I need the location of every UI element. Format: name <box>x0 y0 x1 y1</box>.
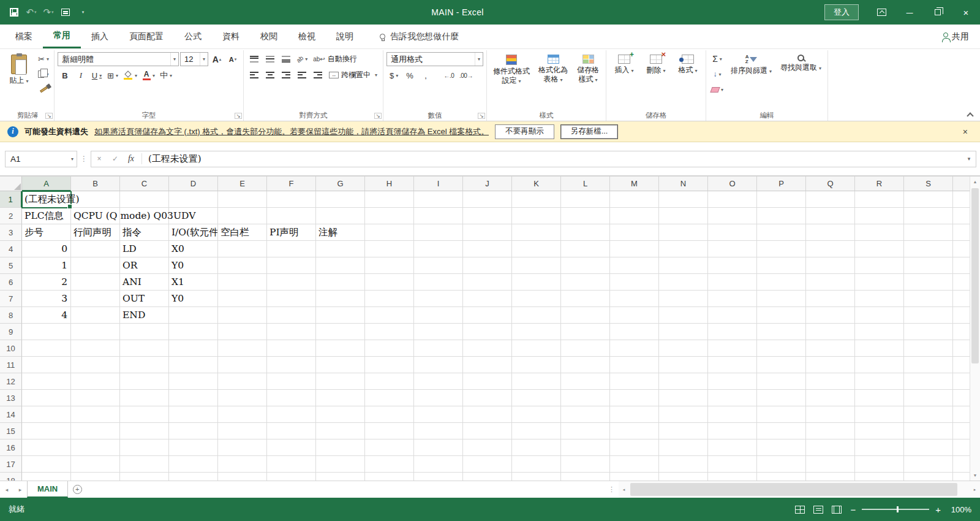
percent-style-button[interactable]: % <box>402 69 417 82</box>
cell-A1[interactable]: (工程未设置) <box>22 191 71 208</box>
cell-E7[interactable] <box>218 291 267 307</box>
cell-S14[interactable] <box>904 406 953 423</box>
cell-L7[interactable] <box>561 291 610 307</box>
horizontal-scroll-track[interactable] <box>629 481 970 498</box>
cell-F17[interactable] <box>267 456 316 473</box>
cell-styles-button[interactable]: 儲存格樣式 <box>573 52 603 86</box>
column-header-I[interactable]: I <box>414 177 463 191</box>
cell-P11[interactable] <box>757 357 806 373</box>
scroll-left-button[interactable]: ◂ <box>619 481 629 498</box>
cell-Q7[interactable] <box>806 291 855 307</box>
cell-A12[interactable] <box>22 373 71 390</box>
cell-L4[interactable] <box>561 241 610 257</box>
cell-G2[interactable] <box>316 208 365 224</box>
cell-P14[interactable] <box>757 406 806 423</box>
find-select-button[interactable]: 尋找與選取 <box>777 52 824 74</box>
cell-H7[interactable] <box>365 291 414 307</box>
column-header-C[interactable]: C <box>120 177 169 191</box>
decrease-indent-button[interactable] <box>295 68 309 82</box>
cell-P2[interactable] <box>757 208 806 224</box>
cell-L3[interactable] <box>561 224 610 241</box>
cell-O2[interactable] <box>708 208 757 224</box>
cell-B9[interactable] <box>71 324 120 340</box>
align-right-button[interactable] <box>279 68 293 82</box>
cell-A10[interactable] <box>22 340 71 357</box>
cell-M14[interactable] <box>610 406 659 423</box>
cell-N17[interactable] <box>659 456 708 473</box>
cell-K4[interactable] <box>512 241 561 257</box>
collapse-ribbon-button[interactable] <box>967 112 973 117</box>
number-dialog-launcher[interactable]: ↘ <box>478 113 485 119</box>
restore-button[interactable] <box>924 0 952 25</box>
scroll-down-button[interactable]: ▼ <box>970 470 980 481</box>
cell-A6[interactable]: 2 <box>22 274 71 291</box>
cell-S8[interactable] <box>904 307 953 324</box>
cell-L5[interactable] <box>561 257 610 274</box>
cell-I11[interactable] <box>414 357 463 373</box>
cell-P5[interactable] <box>757 257 806 274</box>
font-size-select[interactable]: 12 <box>180 52 208 66</box>
enter-entry-button[interactable]: ✓ <box>107 151 123 167</box>
cell-B18[interactable] <box>71 473 120 481</box>
cell-O9[interactable] <box>708 324 757 340</box>
orientation-button[interactable]: ab <box>295 52 309 66</box>
column-header-R[interactable]: R <box>855 177 904 191</box>
cell-E16[interactable] <box>218 439 267 456</box>
row-header-6[interactable]: 6 <box>0 274 22 291</box>
scroll-right-button[interactable]: ▸ <box>970 481 980 498</box>
formula-bar-splitter[interactable]: ⋮ <box>77 154 91 163</box>
cell-J3[interactable] <box>463 224 512 241</box>
cell-Q15[interactable] <box>806 423 855 439</box>
cell-D4[interactable]: X0 <box>169 241 218 257</box>
cell-P17[interactable] <box>757 456 806 473</box>
cell-G1[interactable] <box>316 191 365 208</box>
cell-G4[interactable] <box>316 241 365 257</box>
cell-L17[interactable] <box>561 456 610 473</box>
cell-A5[interactable]: 1 <box>22 257 71 274</box>
delete-cells-button[interactable]: 刪除 <box>641 52 671 77</box>
cell-G7[interactable] <box>316 291 365 307</box>
cell-J16[interactable] <box>463 439 512 456</box>
cell-K6[interactable] <box>512 274 561 291</box>
accounting-format-button[interactable]: $ <box>386 69 401 82</box>
cell-D7[interactable]: Y0 <box>169 291 218 307</box>
cell-B16[interactable] <box>71 439 120 456</box>
cell-O17[interactable] <box>708 456 757 473</box>
column-header-N[interactable]: N <box>659 177 708 191</box>
cell-I12[interactable] <box>414 373 463 390</box>
cell-S11[interactable] <box>904 357 953 373</box>
cell-K13[interactable] <box>512 390 561 406</box>
cell-C8[interactable]: END <box>120 307 169 324</box>
cell-J18[interactable] <box>463 473 512 481</box>
cell-P18[interactable] <box>757 473 806 481</box>
cell-L15[interactable] <box>561 423 610 439</box>
cell-I1[interactable] <box>414 191 463 208</box>
cell-S9[interactable] <box>904 324 953 340</box>
cell-J10[interactable] <box>463 340 512 357</box>
borders-button[interactable]: ⊞ <box>105 69 120 82</box>
cell-R16[interactable] <box>855 439 904 456</box>
row-header-3[interactable]: 3 <box>0 224 22 241</box>
cell-I13[interactable] <box>414 390 463 406</box>
horizontal-scroll-splitter[interactable]: ⋮ <box>605 481 619 498</box>
cell-K14[interactable] <box>512 406 561 423</box>
cell-N14[interactable] <box>659 406 708 423</box>
cell-F4[interactable] <box>267 241 316 257</box>
conditional-formatting-button[interactable]: 條件式格式設定 <box>490 52 533 87</box>
cell-D5[interactable]: Y0 <box>169 257 218 274</box>
cell-J4[interactable] <box>463 241 512 257</box>
paste-button[interactable]: 貼上 <box>4 52 34 87</box>
cell-C12[interactable] <box>120 373 169 390</box>
message-bar-link[interactable]: 如果將活頁簿儲存為文字 (.txt) 格式，會遺失部分功能。若要保留這些功能，請… <box>94 126 489 137</box>
font-name-select[interactable]: 新細明體 <box>58 52 179 66</box>
cell-N1[interactable] <box>659 191 708 208</box>
cell-M4[interactable] <box>610 241 659 257</box>
underline-button[interactable]: U <box>89 69 104 82</box>
cell-Q13[interactable] <box>806 390 855 406</box>
cell-M9[interactable] <box>610 324 659 340</box>
sheet-nav-left-button[interactable]: ◂ <box>0 481 13 498</box>
cell-N8[interactable] <box>659 307 708 324</box>
cell-D1[interactable] <box>169 191 218 208</box>
cell-R4[interactable] <box>855 241 904 257</box>
cell-B11[interactable] <box>71 357 120 373</box>
